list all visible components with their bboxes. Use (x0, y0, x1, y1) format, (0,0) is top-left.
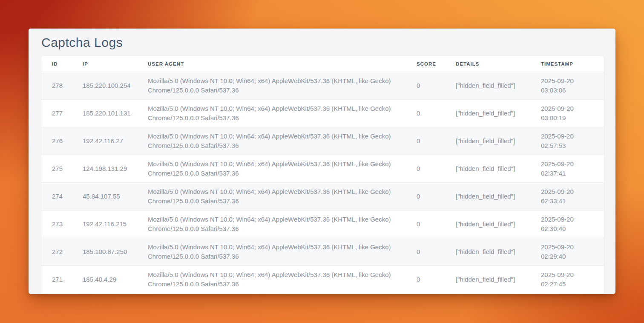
column-header-user-agent: USER AGENT (148, 56, 417, 72)
cell-timestamp: 2025-09-20 02:33:41 (541, 183, 604, 211)
cell-ip: 185.220.101.131 (83, 100, 148, 127)
column-header-id: ID (41, 56, 83, 72)
cell-score: 0 (417, 127, 456, 155)
cell-score: 0 (417, 72, 456, 100)
cell-ip: 192.42.116.215 (83, 211, 148, 238)
cell-score: 0 (417, 238, 456, 266)
column-header-ip: IP (83, 56, 148, 72)
cell-user-agent: Mozilla/5.0 (Windows NT 10.0; Win64; x64… (148, 100, 417, 127)
cell-timestamp: 2025-09-20 02:37:41 (541, 155, 604, 183)
cell-ip: 192.42.116.27 (83, 127, 148, 155)
cell-details: ["hidden_field_filled"] (456, 100, 541, 127)
table-header-row: ID IP USER AGENT SCORE DETAILS TIMESTAMP (41, 56, 604, 72)
column-header-score: SCORE (417, 56, 456, 72)
cell-score: 0 (417, 266, 456, 294)
cell-score: 0 (417, 211, 456, 238)
cell-details: ["hidden_field_filled"] (456, 238, 541, 266)
cell-user-agent: Mozilla/5.0 (Windows NT 10.0; Win64; x64… (148, 211, 417, 238)
cell-id: 274 (41, 183, 83, 211)
cell-id: 273 (41, 211, 83, 238)
cell-ip: 45.84.107.55 (83, 183, 148, 211)
cell-id: 271 (41, 266, 83, 294)
captcha-logs-card: Captcha Logs ID IP USER AGENT SCORE DETA… (29, 29, 615, 294)
cell-user-agent: Mozilla/5.0 (Windows NT 10.0; Win64; x64… (148, 266, 417, 294)
table-row: 276 192.42.116.27 Mozilla/5.0 (Windows N… (41, 127, 604, 155)
table-row: 273 192.42.116.215 Mozilla/5.0 (Windows … (41, 211, 604, 238)
cell-score: 0 (417, 100, 456, 127)
cell-details: ["hidden_field_filled"] (456, 211, 541, 238)
cell-ip: 185.40.4.29 (83, 266, 148, 294)
cell-user-agent: Mozilla/5.0 (Windows NT 10.0; Win64; x64… (148, 72, 417, 100)
cell-user-agent: Mozilla/5.0 (Windows NT 10.0; Win64; x64… (148, 238, 417, 266)
cell-timestamp: 2025-09-20 03:03:06 (541, 72, 604, 100)
cell-id: 277 (41, 100, 83, 127)
cell-timestamp: 2025-09-20 03:00:19 (541, 100, 604, 127)
cell-timestamp: 2025-09-20 02:29:40 (541, 238, 604, 266)
logs-table: ID IP USER AGENT SCORE DETAILS TIMESTAMP… (41, 56, 604, 294)
cell-details: ["hidden_field_filled"] (456, 127, 541, 155)
table-row: 278 185.220.100.254 Mozilla/5.0 (Windows… (41, 72, 604, 100)
logs-table-container: ID IP USER AGENT SCORE DETAILS TIMESTAMP… (41, 56, 604, 294)
page-background: Captcha Logs ID IP USER AGENT SCORE DETA… (0, 0, 644, 323)
cell-timestamp: 2025-09-20 02:57:53 (541, 127, 604, 155)
cell-id: 278 (41, 72, 83, 100)
cell-ip: 185.100.87.250 (83, 238, 148, 266)
cell-user-agent: Mozilla/5.0 (Windows NT 10.0; Win64; x64… (148, 183, 417, 211)
cell-user-agent: Mozilla/5.0 (Windows NT 10.0; Win64; x64… (148, 127, 417, 155)
table-body: 278 185.220.100.254 Mozilla/5.0 (Windows… (41, 72, 604, 294)
cell-details: ["hidden_field_filled"] (456, 155, 541, 183)
table-row: 277 185.220.101.131 Mozilla/5.0 (Windows… (41, 100, 604, 127)
table-row: 272 185.100.87.250 Mozilla/5.0 (Windows … (41, 238, 604, 266)
table-row: 275 124.198.131.29 Mozilla/5.0 (Windows … (41, 155, 604, 183)
table-row: 274 45.84.107.55 Mozilla/5.0 (Windows NT… (41, 183, 604, 211)
cell-score: 0 (417, 155, 456, 183)
column-header-timestamp: TIMESTAMP (541, 56, 604, 72)
cell-details: ["hidden_field_filled"] (456, 183, 541, 211)
cell-user-agent: Mozilla/5.0 (Windows NT 10.0; Win64; x64… (148, 155, 417, 183)
page-title: Captcha Logs (41, 35, 615, 50)
cell-id: 275 (41, 155, 83, 183)
cell-details: ["hidden_field_filled"] (456, 72, 541, 100)
cell-id: 272 (41, 238, 83, 266)
cell-timestamp: 2025-09-20 02:30:40 (541, 211, 604, 238)
cell-details: ["hidden_field_filled"] (456, 266, 541, 294)
cell-id: 276 (41, 127, 83, 155)
cell-timestamp: 2025-09-20 02:27:45 (541, 266, 604, 294)
cell-ip: 124.198.131.29 (83, 155, 148, 183)
cell-ip: 185.220.100.254 (83, 72, 148, 100)
cell-score: 0 (417, 183, 456, 211)
column-header-details: DETAILS (456, 56, 541, 72)
table-row: 271 185.40.4.29 Mozilla/5.0 (Windows NT … (41, 266, 604, 294)
